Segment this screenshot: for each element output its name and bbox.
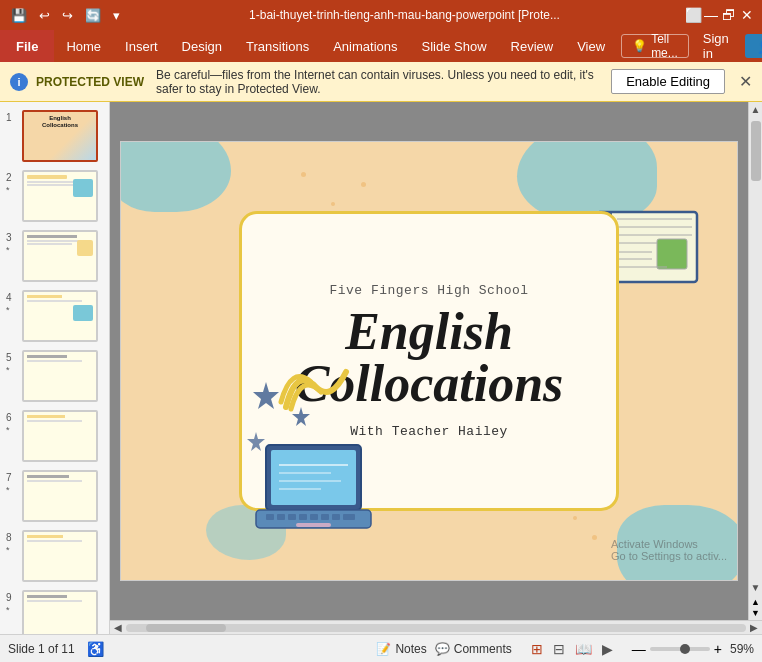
school-name: Five Fingers High School (329, 283, 528, 298)
svg-rect-18 (277, 514, 285, 520)
minimize-button[interactable]: — (704, 8, 718, 22)
slide-number-1: 1 (6, 110, 18, 123)
reading-view-button[interactable]: 📖 (572, 639, 595, 659)
vertical-scrollbar[interactable]: ▲ ▼ ▲ ▼ (748, 102, 762, 620)
slide-thumb-5[interactable]: 5 * (4, 348, 105, 404)
slide-main: Five Fingers High School English Colloca… (120, 141, 738, 581)
main-area: 1 English Collocations 2 * (0, 102, 762, 634)
svg-rect-20 (299, 514, 307, 520)
zoom-slider-thumb[interactable] (680, 644, 690, 654)
watermark-text: Activate WindowsGo to Settings to activ.… (611, 538, 727, 562)
menu-insert[interactable]: Insert (113, 30, 170, 62)
slide-image-5 (22, 350, 98, 402)
menu-review[interactable]: Review (499, 30, 566, 62)
sign-in-button[interactable]: Sign in (693, 30, 739, 62)
slide-thumb-2[interactable]: 2 * (4, 168, 105, 224)
slide-image-1: English Collocations (22, 110, 98, 162)
undo-button[interactable]: ↩ (36, 6, 53, 25)
menu-bar: File Home Insert Design Transitions Anim… (0, 30, 762, 62)
zoom-area: — + 59% (632, 641, 754, 657)
zoom-down-icon[interactable]: ▼ (751, 608, 760, 618)
info-icon: i (10, 73, 28, 91)
slide-area-wrapper: Five Fingers High School English Colloca… (110, 102, 762, 620)
scroll-up-button[interactable]: ▲ (749, 102, 762, 117)
status-icons: ♿ (87, 641, 104, 657)
menu-animations[interactable]: Animations (321, 30, 409, 62)
menu-view[interactable]: View (565, 30, 617, 62)
svg-rect-19 (288, 514, 296, 520)
slide-image-3 (22, 230, 98, 282)
restore-button[interactable]: 🗗 (722, 8, 736, 22)
slide-thumb-8[interactable]: 8 * (4, 528, 105, 584)
zoom-slider[interactable] (650, 647, 710, 651)
slideshow-view-button[interactable]: ▶ (599, 639, 616, 659)
repeat-button[interactable]: 🔄 (82, 6, 104, 25)
notes-button[interactable]: 📝 Notes (376, 642, 426, 656)
svg-rect-23 (332, 514, 340, 520)
accessibility-icon[interactable]: ♿ (87, 641, 104, 657)
protected-label: PROTECTED VIEW (36, 75, 144, 89)
svg-rect-22 (321, 514, 329, 520)
notes-icon: 📝 (376, 642, 391, 656)
slide-thumb-7[interactable]: 7 * (4, 468, 105, 524)
menu-design[interactable]: Design (170, 30, 234, 62)
zoom-in-button[interactable]: + (714, 641, 722, 657)
slide-image-8 (22, 530, 98, 582)
svg-rect-21 (310, 514, 318, 520)
protected-message: Be careful—files from the Internet can c… (156, 68, 603, 96)
horizontal-scrollbar[interactable]: ◀ ▶ (110, 620, 762, 634)
monitor-icon[interactable]: ⬜ (686, 8, 700, 22)
svg-rect-15 (271, 450, 356, 505)
slide-sorter-button[interactable]: ⊟ (550, 639, 568, 659)
svg-rect-17 (266, 514, 274, 520)
tell-me-input[interactable]: 💡 Tell me... (621, 34, 689, 58)
svg-rect-6 (657, 239, 687, 269)
comments-button[interactable]: 💬 Comments (435, 642, 512, 656)
comments-icon: 💬 (435, 642, 450, 656)
normal-view-button[interactable]: ⊞ (528, 639, 546, 659)
slide-canvas[interactable]: Five Fingers High School English Colloca… (110, 102, 748, 620)
scroll-down-button[interactable]: ▼ (749, 580, 762, 595)
menu-file[interactable]: File (0, 30, 54, 62)
slide-thumb-9[interactable]: 9 * (4, 588, 105, 634)
window-title: 1-bai-thuyet-trinh-tieng-anh-mau-bang-po… (131, 8, 678, 22)
close-protected-bar-button[interactable]: ✕ (739, 72, 752, 91)
slide-image-6 (22, 410, 98, 462)
scroll-track-horizontal[interactable] (126, 624, 746, 632)
slide-thumb-1[interactable]: 1 English Collocations (4, 108, 105, 164)
customize-button[interactable]: ▾ (110, 6, 123, 25)
laptop-illustration (251, 440, 391, 550)
svg-rect-24 (343, 514, 355, 520)
slide-view-outer: Five Fingers High School English Colloca… (110, 102, 762, 634)
lightbulb-icon: 💡 (632, 39, 647, 53)
slide-count: Slide 1 of 11 (8, 642, 75, 656)
slide-thumb-3[interactable]: 3 * (4, 228, 105, 284)
scroll-right-button[interactable]: ▶ (746, 622, 762, 633)
redo-button[interactable]: ↪ (59, 6, 76, 25)
zoom-out-button[interactable]: — (632, 641, 646, 657)
save-button[interactable]: 💾 (8, 6, 30, 25)
close-button[interactable]: ✕ (740, 8, 754, 22)
enable-editing-button[interactable]: Enable Editing (611, 69, 725, 94)
slide-panel: 1 English Collocations 2 * (0, 102, 110, 634)
slide-thumb-6[interactable]: 6 * (4, 408, 105, 464)
zoom-up-icon[interactable]: ▲ (751, 597, 760, 607)
share-button[interactable]: 👤 Share (745, 34, 762, 58)
scroll-left-button[interactable]: ◀ (110, 622, 126, 633)
menu-transitions[interactable]: Transitions (234, 30, 321, 62)
status-bar: Slide 1 of 11 ♿ 📝 Notes 💬 Comments ⊞ ⊟ 📖… (0, 634, 762, 662)
quick-access-toolbar: 💾 ↩ ↪ 🔄 ▾ (8, 6, 123, 25)
menu-slideshow[interactable]: Slide Show (410, 30, 499, 62)
slide-image-9 (22, 590, 98, 634)
title-bar: 💾 ↩ ↪ 🔄 ▾ 1-bai-thuyet-trinh-tieng-anh-m… (0, 0, 762, 30)
cloud-topleft (120, 141, 231, 212)
protected-view-bar: i PROTECTED VIEW Be careful—files from t… (0, 62, 762, 102)
scroll-thumb-horizontal[interactable] (146, 624, 226, 632)
slide-image-7 (22, 470, 98, 522)
menu-home[interactable]: Home (54, 30, 113, 62)
slide-image-2 (22, 170, 98, 222)
zoom-percentage[interactable]: 59% (730, 642, 754, 656)
svg-marker-11 (292, 407, 310, 426)
scroll-thumb-vertical[interactable] (751, 121, 761, 181)
slide-thumb-4[interactable]: 4 * (4, 288, 105, 344)
